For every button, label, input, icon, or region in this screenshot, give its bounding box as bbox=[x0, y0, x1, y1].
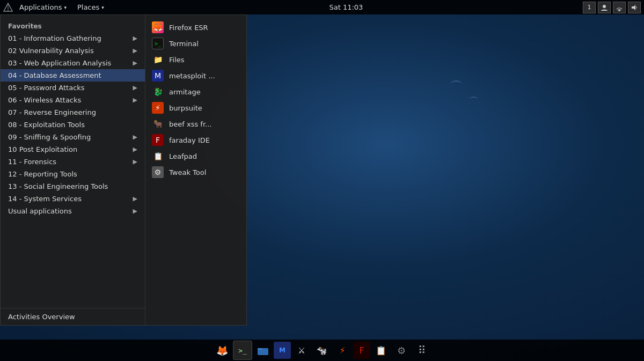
applications-menu-button[interactable]: Applications ▾ bbox=[14, 0, 72, 14]
menu-item-arrow-14: ▶ bbox=[133, 208, 137, 215]
menu-item-13[interactable]: 14 - System Services▶ bbox=[1, 193, 145, 205]
fav-item-label-6: beef xss fr... bbox=[169, 120, 211, 128]
fav-item-label-3: metasploit ... bbox=[169, 72, 215, 80]
menu-item-label-5: 06 - Wireless Attacks bbox=[8, 96, 81, 104]
workspace-number: 1 bbox=[588, 4, 591, 11]
favorites-header: Favorites bbox=[1, 19, 145, 32]
menu-left-panel: Favorites 01 - Information Gathering▶02 … bbox=[1, 15, 145, 325]
svg-point-3 bbox=[619, 10, 620, 11]
taskbar-burp[interactable]: ⚡ bbox=[333, 341, 352, 360]
fav-item-armitage[interactable]: 🐉armitage bbox=[145, 84, 246, 100]
taskbar-files[interactable] bbox=[253, 341, 273, 360]
places-arrow-icon: ▾ bbox=[101, 5, 104, 10]
kali-logo-icon bbox=[2, 2, 14, 13]
metasploit-icon: M bbox=[152, 70, 164, 82]
menu-item-label-3: 04 - Database Assessment bbox=[8, 71, 101, 79]
menu-item-arrow-5: ▶ bbox=[133, 97, 137, 104]
fav-item-terminal[interactable]: >_Terminal bbox=[145, 35, 246, 51]
menu-item-10[interactable]: 11 - Forensics▶ bbox=[1, 156, 145, 168]
menu-item-1[interactable]: 02 Vulnerability Analysis▶ bbox=[1, 45, 145, 57]
user-icon-button[interactable] bbox=[598, 2, 611, 13]
fav-item-label-0: Firefox ESR bbox=[169, 24, 208, 32]
applications-menu: Favorites 01 - Information Gathering▶02 … bbox=[0, 14, 247, 326]
fav-item-label-2: Files bbox=[169, 56, 185, 64]
taskbar: 🦊 >_ M ⚔ 🐄 ⚡ F 📋 ⚙ ⠿ bbox=[0, 340, 644, 361]
terminal-icon: >_ bbox=[152, 38, 164, 49]
menu-item-label-11: 12 - Reporting Tools bbox=[8, 170, 77, 178]
menu-item-6[interactable]: 07 - Reverse Engineering bbox=[1, 106, 145, 119]
menu-item-label-13: 14 - System Services bbox=[8, 195, 82, 203]
menu-item-label-10: 11 - Forensics bbox=[8, 158, 56, 166]
clock-text: Sat 11:03 bbox=[329, 3, 363, 11]
taskbar-tweak[interactable]: ⚙ bbox=[392, 341, 411, 360]
files-icon: 📁 bbox=[152, 54, 164, 65]
favorites-items-list: 🦊Firefox ESR>_Terminal📁FilesMmetasploit … bbox=[145, 19, 246, 180]
taskbar-apps-grid[interactable]: ⠿ bbox=[412, 341, 431, 360]
menu-item-arrow-1: ▶ bbox=[133, 47, 137, 54]
svg-marker-4 bbox=[632, 5, 635, 10]
taskbar-metasploit[interactable]: M bbox=[274, 342, 291, 359]
menu-item-label-8: 09 - Sniffing & Spoofing bbox=[8, 133, 91, 141]
menu-items-list: 01 - Information Gathering▶02 Vulnerabil… bbox=[1, 32, 145, 217]
menu-item-14[interactable]: Usual applications▶ bbox=[1, 205, 145, 217]
menu-item-8[interactable]: 09 - Sniffing & Spoofing▶ bbox=[1, 131, 145, 143]
menu-item-arrow-0: ▶ bbox=[133, 35, 137, 42]
taskbar-armitage[interactable]: ⚔ bbox=[292, 341, 311, 360]
taskbar-beef[interactable]: 🐄 bbox=[312, 341, 332, 360]
activities-overview-button[interactable]: Activities Overview bbox=[1, 308, 145, 325]
fav-item-label-1: Terminal bbox=[169, 40, 199, 48]
applications-arrow-icon: ▾ bbox=[64, 5, 67, 10]
fav-item-files[interactable]: 📁Files bbox=[145, 51, 246, 68]
menu-item-label-7: 08 - Exploitation Tools bbox=[8, 121, 85, 129]
fav-item-metasploit[interactable]: Mmetasploit ... bbox=[145, 68, 246, 84]
menu-right-panel: 🦊Firefox ESR>_Terminal📁FilesMmetasploit … bbox=[145, 15, 246, 325]
menu-item-12[interactable]: 13 - Social Engineering Tools bbox=[1, 180, 145, 193]
menu-item-2[interactable]: 03 - Web Application Analysis▶ bbox=[1, 57, 145, 69]
taskbar-firefox[interactable]: 🦊 bbox=[213, 341, 232, 360]
menu-item-label-1: 02 Vulnerability Analysis bbox=[8, 47, 94, 55]
applications-label: Applications bbox=[19, 3, 62, 11]
menu-item-arrow-9: ▶ bbox=[133, 146, 137, 153]
armitage-icon: 🐉 bbox=[152, 86, 164, 98]
menu-item-label-6: 07 - Reverse Engineering bbox=[8, 108, 96, 116]
fav-item-label-4: armitage bbox=[169, 88, 201, 96]
fav-item-tweak[interactable]: ⚙Tweak Tool bbox=[145, 164, 246, 180]
places-menu-button[interactable]: Places ▾ bbox=[72, 0, 109, 14]
burp-icon: ⚡ bbox=[152, 102, 164, 114]
fav-item-label-8: Leafpad bbox=[169, 152, 197, 160]
menu-item-label-9: 10 Post Exploitation bbox=[8, 145, 77, 153]
menu-item-9[interactable]: 10 Post Exploitation▶ bbox=[1, 143, 145, 156]
fav-item-label-5: burpsuite bbox=[169, 104, 202, 112]
menu-item-arrow-13: ▶ bbox=[133, 195, 137, 202]
menu-item-5[interactable]: 06 - Wireless Attacks▶ bbox=[1, 94, 145, 106]
menu-item-arrow-10: ▶ bbox=[133, 158, 137, 165]
menu-item-arrow-8: ▶ bbox=[133, 134, 137, 141]
menu-item-4[interactable]: 05 - Password Attacks▶ bbox=[1, 82, 145, 94]
workspace-indicator[interactable]: 1 bbox=[583, 2, 596, 13]
menu-item-11[interactable]: 12 - Reporting Tools bbox=[1, 168, 145, 180]
fav-item-faraday[interactable]: Ffaraday IDE bbox=[145, 132, 246, 148]
taskbar-terminal[interactable]: >_ bbox=[233, 341, 252, 360]
taskbar-leafpad[interactable]: 📋 bbox=[371, 341, 391, 360]
sound-icon-button[interactable] bbox=[628, 2, 641, 13]
svg-point-2 bbox=[603, 5, 606, 8]
menu-item-7[interactable]: 08 - Exploitation Tools bbox=[1, 119, 145, 131]
panel-clock: Sat 11:03 bbox=[109, 3, 583, 11]
beef-icon: 🐂 bbox=[152, 118, 164, 130]
menu-item-3[interactable]: 04 - Database Assessment bbox=[1, 69, 145, 82]
taskbar-faraday[interactable]: F bbox=[353, 342, 370, 359]
firefox-icon: 🦊 bbox=[152, 21, 164, 33]
fav-item-beef[interactable]: 🐂beef xss fr... bbox=[145, 116, 246, 132]
network-icon-button[interactable] bbox=[613, 2, 626, 13]
menu-item-label-2: 03 - Web Application Analysis bbox=[8, 59, 111, 67]
menu-item-label-0: 01 - Information Gathering bbox=[8, 34, 101, 42]
panel-right: 1 bbox=[583, 2, 644, 13]
menu-item-label-12: 13 - Social Engineering Tools bbox=[8, 182, 108, 190]
menu-item-label-4: 05 - Password Attacks bbox=[8, 84, 85, 92]
fav-item-leafpad[interactable]: 📋Leafpad bbox=[145, 148, 246, 164]
menu-item-label-14: Usual applications bbox=[8, 207, 72, 215]
fav-item-firefox[interactable]: 🦊Firefox ESR bbox=[145, 19, 246, 35]
menu-item-0[interactable]: 01 - Information Gathering▶ bbox=[1, 32, 145, 45]
fav-item-label-7: faraday IDE bbox=[169, 136, 210, 144]
fav-item-burp[interactable]: ⚡burpsuite bbox=[145, 100, 246, 116]
